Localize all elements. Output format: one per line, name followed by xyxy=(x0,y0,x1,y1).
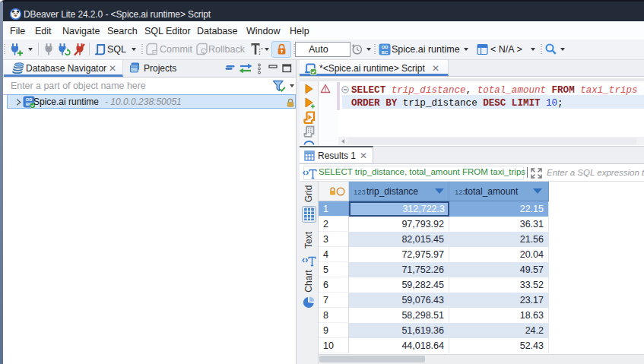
svg-text:OD: OD xyxy=(26,97,32,102)
svg-text:BC: BC xyxy=(382,50,389,55)
svg-text:OD: OD xyxy=(382,45,389,49)
